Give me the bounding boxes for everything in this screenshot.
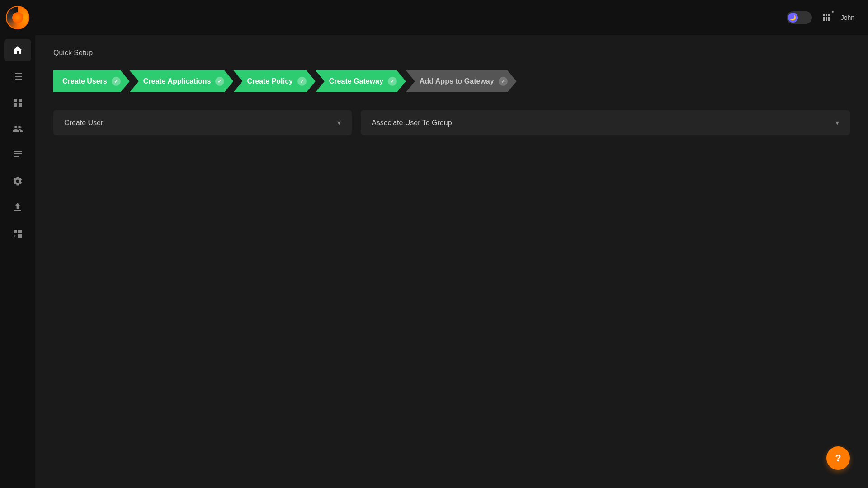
- dark-mode-toggle[interactable]: 🌙: [787, 11, 812, 24]
- sidebar-item-reports[interactable]: [4, 144, 31, 166]
- step-check-icon: ✓: [297, 77, 307, 86]
- sidebar-item-integrations[interactable]: [4, 222, 31, 245]
- header: 🌙 ✦ John: [35, 0, 868, 35]
- step-check-icon: ✓: [499, 77, 508, 86]
- step-create-applications[interactable]: Create Applications ✓: [130, 70, 234, 92]
- create-user-chevron: ▾: [337, 118, 341, 127]
- user-management-icon: [12, 123, 23, 134]
- sidebar-item-applications[interactable]: [4, 91, 31, 114]
- user-name: John: [841, 14, 854, 21]
- sidebar-item-settings[interactable]: [4, 170, 31, 192]
- help-icon: ?: [835, 452, 841, 464]
- associate-user-panel[interactable]: Associate User To Group ▾: [361, 110, 850, 135]
- users-list-icon: [12, 71, 23, 82]
- content-area: Quick Setup Create Users ✓ Create Applic…: [35, 35, 868, 488]
- panels-row: Create User ▾ Associate User To Group ▾: [53, 110, 850, 135]
- home-icon: [12, 45, 23, 56]
- step-label: Create Policy: [247, 77, 292, 85]
- main-content: 🌙 ✦ John Quick Setup Create Users ✓ Crea…: [35, 0, 868, 488]
- create-user-title: Create User: [64, 119, 103, 127]
- step-check-icon: ✓: [388, 77, 397, 86]
- header-controls: 🌙 ✦ John: [787, 11, 854, 24]
- integrations-icon: [12, 228, 23, 239]
- sidebar: [0, 0, 35, 488]
- step-create-policy[interactable]: Create Policy ✓: [233, 70, 315, 92]
- toggle-knob: 🌙: [788, 13, 798, 23]
- grid-icon: [12, 97, 23, 108]
- settings-icon: [12, 176, 23, 187]
- sidebar-item-home[interactable]: [4, 39, 31, 61]
- grid-header-icon: [821, 12, 832, 23]
- step-create-gateway[interactable]: Create Gateway ✓: [316, 70, 406, 92]
- steps-container: Create Users ✓ Create Applications ✓ Cre…: [53, 70, 850, 92]
- step-label: Add Apps to Gateway: [420, 77, 494, 85]
- page-title: Quick Setup: [53, 49, 850, 57]
- step-check-icon: ✓: [215, 77, 224, 86]
- grid-icon-header[interactable]: ✦: [821, 12, 832, 23]
- step-create-users[interactable]: Create Users ✓: [53, 70, 130, 92]
- sidebar-item-user-management[interactable]: [4, 117, 31, 140]
- sparkle-icon: ✦: [831, 9, 835, 14]
- create-user-panel[interactable]: Create User ▾: [53, 110, 352, 135]
- sidebar-nav: [0, 39, 35, 245]
- reports-icon: [12, 150, 23, 160]
- step-label: Create Users: [62, 77, 107, 85]
- step-label: Create Applications: [143, 77, 211, 85]
- step-label: Create Gateway: [329, 77, 383, 85]
- sidebar-item-users[interactable]: [4, 65, 31, 88]
- associate-user-title: Associate User To Group: [372, 119, 452, 127]
- downloads-icon: [12, 202, 23, 213]
- step-add-apps-to-gateway[interactable]: Add Apps to Gateway ✓: [406, 70, 517, 92]
- help-button[interactable]: ?: [826, 446, 850, 470]
- app-logo[interactable]: [0, 0, 35, 35]
- associate-user-chevron: ▾: [835, 118, 839, 127]
- sidebar-item-downloads[interactable]: [4, 196, 31, 219]
- step-check-icon: ✓: [112, 77, 121, 86]
